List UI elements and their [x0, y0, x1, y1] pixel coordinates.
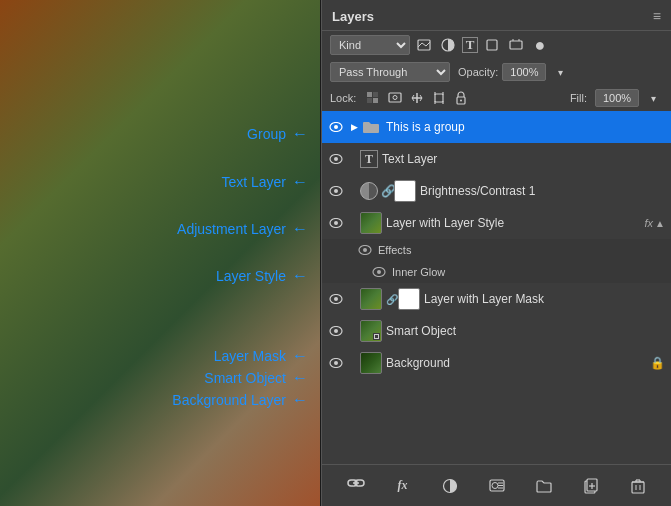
svg-line-3: [426, 42, 430, 46]
new-group-button[interactable]: [532, 474, 556, 498]
filter-dot-icon[interactable]: ●: [530, 35, 550, 55]
annotation-text-layer: Text Layer ←: [0, 173, 318, 191]
layer-mask-expand-spacer: [348, 293, 360, 305]
annotation-background: Background Layer ←: [0, 391, 318, 409]
new-layer-button[interactable]: [579, 474, 603, 498]
lock-row: Lock: Fill: ▾: [322, 85, 671, 111]
layer-mask-layer-name: Layer with Layer Mask: [424, 292, 665, 306]
layer-style-thumbnail: [360, 212, 382, 234]
svg-point-21: [460, 100, 462, 102]
adj-visibility-icon[interactable]: [328, 183, 344, 199]
layer-mask-link-icon[interactable]: 🔗: [386, 291, 398, 307]
new-layer-mask-button[interactable]: [485, 474, 509, 498]
inner-glow-sub-name: Inner Glow: [392, 266, 445, 278]
adj-expand-spacer: [348, 185, 360, 197]
blend-mode-select[interactable]: Pass Through: [330, 62, 450, 82]
fill-dropdown-icon[interactable]: ▾: [643, 88, 663, 108]
effects-collapse-arrow[interactable]: ▲: [655, 218, 665, 229]
filter-adjustment-icon[interactable]: [438, 35, 458, 55]
fill-label: Fill:: [570, 92, 587, 104]
annotation-layer-style: Layer Style ←: [0, 267, 318, 285]
svg-rect-5: [487, 40, 497, 50]
layer-item-effects[interactable]: Effects: [322, 239, 671, 261]
lock-all-icon[interactable]: [452, 89, 470, 107]
layer-style-visibility-icon[interactable]: [328, 215, 344, 231]
group-layer-name: This is a group: [386, 120, 665, 134]
layer-style-expand-spacer: [348, 217, 360, 229]
lock-label: Lock:: [330, 92, 356, 104]
fill-input[interactable]: [595, 89, 639, 107]
svg-rect-13: [389, 93, 401, 102]
svg-point-23: [334, 125, 338, 129]
annotation-smart-object: Smart Object ←: [0, 369, 318, 387]
annotation-layer-mask-arrow: ←: [292, 347, 308, 365]
blend-mode-row: Pass Through Opacity: ▾: [322, 59, 671, 85]
svg-point-14: [393, 96, 397, 100]
group-expand-icon[interactable]: ▶: [348, 121, 360, 133]
annotation-adjustment: Adjustment Layer ←: [0, 220, 318, 238]
opacity-dropdown-icon[interactable]: ▾: [550, 62, 570, 82]
annotations-container: Group ← Text Layer ← Adjustment Layer ← …: [0, 120, 318, 409]
filter-image-icon[interactable]: [414, 35, 434, 55]
filter-shape-icon[interactable]: [482, 35, 502, 55]
smart-object-thumbnail: [360, 320, 382, 342]
background-layer-name: Background: [386, 356, 646, 370]
layer-mask-visibility-icon[interactable]: [328, 291, 344, 307]
text-visibility-icon[interactable]: [328, 151, 344, 167]
layer-item-smart-object[interactable]: Smart Object: [322, 315, 671, 347]
svg-point-31: [363, 248, 367, 252]
layer-item-adjustment[interactable]: 🔗 Brightness/Contrast 1: [322, 175, 671, 207]
annotation-background-text: Background Layer: [172, 392, 286, 408]
kind-select[interactable]: Kind: [330, 35, 410, 55]
text-layer-type-icon: T: [360, 150, 378, 168]
smart-visibility-icon[interactable]: [328, 323, 344, 339]
layer-item-group[interactable]: ▶ This is a group: [322, 111, 671, 143]
svg-point-39: [334, 361, 338, 365]
panel-menu-icon[interactable]: ≡: [653, 8, 661, 24]
background-expand-spacer: [348, 357, 360, 369]
delete-layer-button[interactable]: [626, 474, 650, 498]
group-visibility-icon[interactable]: [328, 119, 344, 135]
annotation-smart-object-arrow: ←: [292, 369, 308, 387]
new-fill-adjustment-button[interactable]: [438, 474, 462, 498]
fx-badge: fx: [645, 217, 654, 229]
svg-point-33: [377, 270, 381, 274]
svg-rect-12: [373, 92, 378, 97]
filter-smart-icon[interactable]: [506, 35, 526, 55]
smart-expand-spacer: [348, 325, 360, 337]
annotation-group-arrow: ←: [292, 125, 308, 143]
annotation-layer-mask: Layer Mask ←: [0, 347, 318, 365]
filter-type-icon[interactable]: T: [462, 37, 478, 53]
lock-position-icon[interactable]: [408, 89, 426, 107]
adj-mask-link-icon[interactable]: 🔗: [382, 183, 394, 199]
layer-item-background[interactable]: Background 🔒: [322, 347, 671, 379]
text-expand-spacer: [348, 153, 360, 165]
lock-transparent-icon[interactable]: [364, 89, 382, 107]
opacity-input[interactable]: [502, 63, 546, 81]
annotation-group: Group ←: [0, 125, 318, 143]
annotation-adjustment-arrow: ←: [292, 220, 308, 238]
layer-item-layer-mask[interactable]: 🔗 Layer with Layer Mask: [322, 283, 671, 315]
svg-rect-6: [510, 41, 522, 49]
layer-item-text[interactable]: T Text Layer: [322, 143, 671, 175]
annotation-smart-object-text: Smart Object: [204, 370, 286, 386]
svg-rect-11: [367, 98, 372, 103]
link-layers-button[interactable]: [344, 474, 368, 498]
annotation-layer-style-text: Layer Style: [216, 268, 286, 284]
svg-point-29: [334, 221, 338, 225]
annotation-adjustment-text: Adjustment Layer: [177, 221, 286, 237]
add-fx-button[interactable]: fx: [391, 474, 415, 498]
annotation-text-layer-text: Text Layer: [221, 174, 286, 190]
layer-mask-mask-thumbnail: [398, 288, 420, 310]
layer-item-layer-style[interactable]: Layer with Layer Style fx ▲: [322, 207, 671, 239]
svg-line-2: [422, 43, 426, 46]
lock-artboard-icon[interactable]: [430, 89, 448, 107]
annotation-layer-style-arrow: ←: [292, 267, 308, 285]
adj-layer-name: Brightness/Contrast 1: [420, 184, 665, 198]
lock-image-icon[interactable]: [386, 89, 404, 107]
background-visibility-icon[interactable]: [328, 355, 344, 371]
layers-panel: Layers ≡ Kind T ● Pass Through Opacity: …: [321, 0, 671, 506]
group-folder-icon: [360, 116, 382, 138]
layer-item-inner-glow[interactable]: Inner Glow: [322, 261, 671, 283]
layer-mask-image-thumbnail: [360, 288, 382, 310]
